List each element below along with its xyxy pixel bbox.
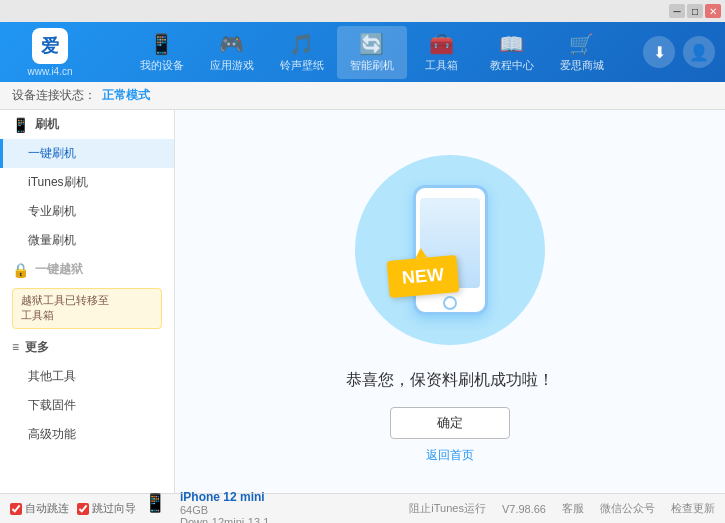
nav-app-games[interactable]: 🎮 应用游戏: [197, 26, 267, 79]
main-content: 📱 刷机 一键刷机 iTunes刷机 专业刷机 微量刷机 🔒 一键越狱 越狱工具…: [0, 110, 725, 493]
status-value: 正常模式: [102, 87, 150, 104]
back-link[interactable]: 返回首页: [426, 447, 474, 464]
nav-store[interactable]: 🛒 爱思商城: [547, 26, 617, 79]
maximize-btn[interactable]: □: [687, 4, 703, 18]
user-btn[interactable]: 👤: [683, 36, 715, 68]
minimize-btn[interactable]: ─: [669, 4, 685, 18]
header: 爱 www.i4.cn 📱 我的设备 🎮 应用游戏 🎵 铃声壁纸 🔄 智能刷机 …: [0, 22, 725, 82]
nav-my-device[interactable]: 📱 我的设备: [127, 26, 197, 79]
sidebar-item-micro-flash[interactable]: 微量刷机: [0, 226, 174, 255]
check-update-link[interactable]: 检查更新: [671, 501, 715, 516]
logo-area[interactable]: 爱 www.i4.cn: [10, 28, 90, 77]
auto-connect-checkbox[interactable]: 自动跳连: [10, 501, 69, 516]
new-badge: NEW: [386, 255, 459, 298]
confirm-button[interactable]: 确定: [390, 407, 510, 439]
bottom-right: 阻止iTunes运行 V7.98.66 客服 微信公众号 检查更新: [409, 501, 715, 516]
device-section: 📱 iPhone 12 mini 64GB Down-12mini-13,1: [144, 486, 269, 524]
title-bar: ─ □ ✕: [0, 0, 725, 22]
my-device-icon: 📱: [149, 32, 174, 56]
success-text: 恭喜您，保资料刷机成功啦！: [346, 370, 554, 391]
device-capacity: 64GB: [180, 504, 269, 516]
tutorial-icon: 📖: [499, 32, 524, 56]
success-illustration: NEW ✦ ✦ ✧: [340, 140, 560, 360]
sidebar-item-one-click-flash[interactable]: 一键刷机: [0, 139, 174, 168]
skip-wizard-input[interactable]: [77, 503, 89, 515]
customer-service-link[interactable]: 客服: [562, 501, 584, 516]
auto-connect-label: 自动跳连: [25, 501, 69, 516]
sidebar-item-advanced[interactable]: 高级功能: [0, 420, 174, 449]
auto-connect-input[interactable]: [10, 503, 22, 515]
phone-wrap: NEW ✦ ✦ ✧: [413, 185, 488, 315]
nav-smart-flash[interactable]: 🔄 智能刷机: [337, 26, 407, 79]
skip-wizard-label: 跳过向导: [92, 501, 136, 516]
smart-flash-icon: 🔄: [359, 32, 384, 56]
bottom-left: 自动跳连 跳过向导 📱 iPhone 12 mini 64GB Down-12m…: [10, 486, 269, 524]
nav-tutorial[interactable]: 📖 教程中心: [477, 26, 547, 79]
tutorial-label: 教程中心: [490, 58, 534, 73]
toolbox-label: 工具箱: [425, 58, 458, 73]
app-games-label: 应用游戏: [210, 58, 254, 73]
sidebar-item-other-tools[interactable]: 其他工具: [0, 362, 174, 391]
device-phone-icon: 📱: [144, 492, 166, 514]
sidebar-section-jailbreak[interactable]: 🔒 一键越狱: [0, 255, 174, 284]
app-games-icon: 🎮: [219, 32, 244, 56]
right-panel: NEW ✦ ✦ ✧ 恭喜您，保资料刷机成功啦！ 确定 返回首页: [175, 110, 725, 493]
jailbreak-notice: 越狱工具已转移至工具箱: [12, 288, 162, 329]
sidebar-item-pro-flash[interactable]: 专业刷机: [0, 197, 174, 226]
sidebar-item-itunes-flash[interactable]: iTunes刷机: [0, 168, 174, 197]
nav-items: 📱 我的设备 🎮 应用游戏 🎵 铃声壁纸 🔄 智能刷机 🧰 工具箱 📖 教程中心…: [100, 26, 643, 79]
my-device-label: 我的设备: [140, 58, 184, 73]
more-section-icon: ≡: [12, 340, 19, 354]
status-bar: 设备连接状态： 正常模式: [0, 82, 725, 110]
lock-icon: 🔒: [12, 262, 29, 278]
sidebar-section-more[interactable]: ≡ 更多: [0, 333, 174, 362]
more-section-label: 更多: [25, 339, 49, 356]
phone-home: [443, 296, 457, 310]
jailbreak-label: 一键越狱: [35, 261, 83, 278]
ringtones-icon: 🎵: [289, 32, 314, 56]
toolbox-icon: 🧰: [429, 32, 454, 56]
download-btn[interactable]: ⬇: [643, 36, 675, 68]
sidebar: 📱 刷机 一键刷机 iTunes刷机 专业刷机 微量刷机 🔒 一键越狱 越狱工具…: [0, 110, 175, 493]
stop-itunes-btn[interactable]: 阻止iTunes运行: [409, 501, 486, 516]
device-info: iPhone 12 mini 64GB Down-12mini-13,1: [180, 490, 269, 524]
sidebar-section-flash[interactable]: 📱 刷机: [0, 110, 174, 139]
skip-wizard-checkbox[interactable]: 跳过向导: [77, 501, 136, 516]
wechat-link[interactable]: 微信公众号: [600, 501, 655, 516]
close-btn[interactable]: ✕: [705, 4, 721, 18]
device-name: iPhone 12 mini: [180, 490, 269, 504]
store-label: 爱思商城: [560, 58, 604, 73]
sidebar-item-download-firmware[interactable]: 下载固件: [0, 391, 174, 420]
flash-section-label: 刷机: [35, 116, 59, 133]
header-actions: ⬇ 👤: [643, 36, 715, 68]
nav-toolbox[interactable]: 🧰 工具箱: [407, 26, 477, 79]
logo-text: www.i4.cn: [27, 66, 72, 77]
nav-ringtones[interactable]: 🎵 铃声壁纸: [267, 26, 337, 79]
bottom-bar: 自动跳连 跳过向导 📱 iPhone 12 mini 64GB Down-12m…: [0, 493, 725, 523]
ringtones-label: 铃声壁纸: [280, 58, 324, 73]
flash-section-icon: 📱: [12, 117, 29, 133]
logo-icon: 爱: [32, 28, 68, 64]
device-system: Down-12mini-13,1: [180, 516, 269, 524]
smart-flash-label: 智能刷机: [350, 58, 394, 73]
version-label: V7.98.66: [502, 503, 546, 515]
store-icon: 🛒: [569, 32, 594, 56]
status-label: 设备连接状态：: [12, 87, 96, 104]
